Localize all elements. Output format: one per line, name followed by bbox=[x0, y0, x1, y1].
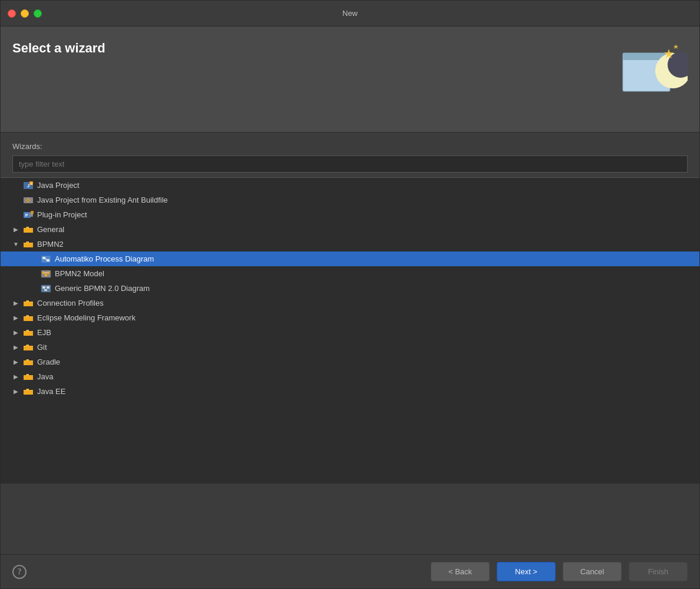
item-label: Plug-in Project bbox=[37, 210, 87, 219]
list-item[interactable]: J ✦ Java Project bbox=[1, 178, 699, 193]
folder-icon bbox=[23, 329, 34, 337]
svg-rect-30 bbox=[47, 286, 49, 289]
svg-rect-31 bbox=[44, 289, 47, 291]
expand-arrow bbox=[12, 388, 19, 395]
bpmn2-model-icon bbox=[41, 270, 51, 278]
next-button[interactable]: Next > bbox=[497, 562, 556, 581]
svg-marker-5 bbox=[673, 44, 678, 49]
folder-icon bbox=[23, 358, 34, 366]
content-area: Wizards: J ✦ Java Project bbox=[1, 133, 699, 554]
finish-button[interactable]: Finish bbox=[629, 562, 688, 581]
expand-arrow bbox=[12, 315, 19, 322]
filter-input[interactable] bbox=[12, 155, 688, 173]
list-item[interactable]: Java Project from Existing Ant Buildfile bbox=[1, 193, 699, 207]
folder-icon bbox=[23, 240, 34, 249]
list-item[interactable]: EJB bbox=[1, 325, 699, 340]
plugin-icon: P bbox=[23, 211, 34, 219]
list-item[interactable]: Java bbox=[1, 369, 699, 384]
expand-arrow bbox=[12, 359, 19, 366]
list-item[interactable]: Eclipse Modeling Framework bbox=[1, 310, 699, 325]
folder-icon bbox=[23, 373, 34, 381]
tree-list[interactable]: J ✦ Java Project bbox=[1, 177, 699, 484]
item-label: Java EE bbox=[37, 387, 65, 396]
svg-rect-23 bbox=[42, 272, 45, 274]
minimize-button[interactable] bbox=[21, 9, 29, 18]
cancel-button[interactable]: Cancel bbox=[563, 562, 622, 581]
item-label: Generic BPMN 2.0 Diagram bbox=[55, 284, 150, 293]
svg-rect-28 bbox=[41, 285, 51, 292]
svg-text:J: J bbox=[27, 183, 29, 188]
svg-rect-29 bbox=[42, 286, 45, 289]
java-project-icon: J ✦ bbox=[23, 181, 34, 190]
svg-text:P: P bbox=[25, 213, 28, 217]
item-label: BPMN2 bbox=[37, 240, 64, 249]
wizard-icon bbox=[617, 38, 688, 109]
list-item[interactable]: Generic BPMN 2.0 Diagram bbox=[1, 281, 699, 296]
wizard-graphic bbox=[617, 38, 688, 109]
expand-arrow bbox=[12, 329, 19, 336]
folder-icon bbox=[23, 226, 34, 234]
process-diagram-icon bbox=[41, 255, 51, 263]
svg-rect-17 bbox=[31, 211, 34, 214]
expand-arrow bbox=[12, 226, 19, 233]
item-label: Gradle bbox=[37, 358, 60, 366]
item-label: Eclipse Modeling Framework bbox=[37, 313, 136, 322]
item-label: BPMN2 Model bbox=[55, 269, 104, 278]
list-item[interactable]: BPMN2 bbox=[1, 237, 699, 252]
svg-text:✦: ✦ bbox=[30, 182, 32, 186]
help-button[interactable]: ? bbox=[12, 565, 27, 579]
filter-container bbox=[1, 155, 699, 177]
folder-icon bbox=[23, 299, 34, 307]
description-area bbox=[1, 484, 699, 554]
expand-arrow bbox=[12, 373, 19, 380]
item-label: Automatiko Process Diagram bbox=[55, 254, 154, 263]
item-label: EJB bbox=[37, 328, 51, 337]
close-button[interactable] bbox=[8, 9, 16, 18]
item-label: Java Project bbox=[37, 181, 80, 190]
svg-rect-24 bbox=[47, 272, 49, 274]
list-item[interactable]: Git bbox=[1, 340, 699, 355]
list-item[interactable]: General bbox=[1, 222, 699, 237]
back-button[interactable]: < Back bbox=[431, 562, 490, 581]
button-bar: ? < Back Next > Cancel Finish bbox=[1, 554, 699, 588]
expand-arrow bbox=[12, 241, 19, 248]
main-window: New Select a wizard Wizards: bbox=[0, 0, 700, 589]
svg-rect-19 bbox=[42, 257, 45, 259]
list-item[interactable]: Automatiko Process Diagram bbox=[1, 252, 699, 266]
item-label: General bbox=[37, 225, 64, 234]
wizards-label: Wizards: bbox=[1, 133, 699, 155]
svg-rect-25 bbox=[45, 274, 47, 276]
java-ant-icon bbox=[23, 196, 34, 204]
page-title: Select a wizard bbox=[12, 41, 105, 56]
list-item[interactable]: P Plug-in Project bbox=[1, 207, 699, 222]
svg-rect-20 bbox=[47, 259, 49, 262]
folder-icon bbox=[23, 388, 34, 396]
folder-icon bbox=[23, 314, 34, 322]
expand-arrow bbox=[12, 300, 19, 307]
header-area: Select a wizard bbox=[1, 27, 699, 133]
list-item[interactable]: Java EE bbox=[1, 384, 699, 399]
item-label: Java bbox=[37, 372, 53, 381]
traffic-lights bbox=[8, 9, 42, 18]
expand-arrow bbox=[12, 344, 19, 351]
generic-bpmn-icon bbox=[41, 284, 51, 293]
list-item[interactable]: Connection Profiles bbox=[1, 296, 699, 310]
item-label: Git bbox=[37, 343, 47, 352]
title-bar: New bbox=[1, 1, 699, 27]
list-item[interactable]: BPMN2 Model bbox=[1, 266, 699, 281]
list-item[interactable]: Gradle bbox=[1, 355, 699, 369]
window-title: New bbox=[342, 9, 358, 18]
item-label: Java Project from Existing Ant Buildfile bbox=[37, 196, 168, 204]
folder-icon bbox=[23, 343, 34, 352]
item-label: Connection Profiles bbox=[37, 299, 104, 307]
maximize-button[interactable] bbox=[34, 9, 42, 18]
